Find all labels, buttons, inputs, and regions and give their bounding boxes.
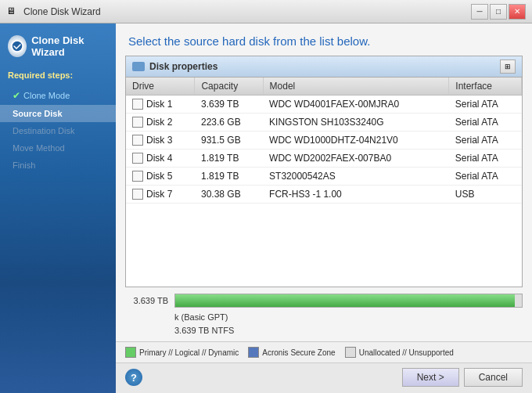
table-row[interactable]: Disk 1 3.639 TB WDC WD4001FAEX-00MJRA0 S…: [126, 96, 522, 114]
window-title: Clone Disk Wizard: [23, 6, 101, 17]
drive-name: Disk 3: [146, 135, 172, 146]
bottom-area: 3.639 TB k (Basic GPT) 3.639 TB NTFS: [116, 287, 532, 341]
disk-properties-header: Disk properties ⊞: [126, 56, 522, 78]
disk-info-line2: 3.639 TB NTFS: [174, 324, 523, 337]
drive-name: Disk 1: [146, 99, 172, 110]
legend-label-acronis: Acronis Secure Zone: [262, 348, 335, 357]
disk-properties-title: Disk properties: [149, 61, 217, 72]
disk-checkbox[interactable]: [132, 171, 143, 182]
capacity-cell: 30.38 GB: [195, 186, 263, 204]
legend-label-primary: Primary // Logical // Dynamic: [139, 348, 239, 357]
model-cell: FCR-HS3 -1 1.00: [263, 186, 449, 204]
model-cell: WDC WD2002FAEX-007BA0: [263, 150, 449, 168]
model-cell: WDC WD4001FAEX-00MJRA0: [263, 96, 449, 114]
disk-checkbox[interactable]: [132, 99, 143, 110]
interface-cell: Serial ATA: [449, 150, 522, 168]
disk-info-line1: k (Basic GPT): [174, 311, 523, 324]
table-row[interactable]: Disk 3 931.5 GB WDC WD1000DHTZ-04N21V0 S…: [126, 132, 522, 150]
legend-item-primary: Primary // Logical // Dynamic: [125, 347, 239, 358]
table-row[interactable]: Disk 7 30.38 GB FCR-HS3 -1 1.00 USB: [126, 186, 522, 204]
model-cell: WDC WD1000DHTZ-04N21V0: [263, 132, 449, 150]
disk-icon: [132, 62, 145, 71]
content-header: Select the source hard disk from the lis…: [116, 23, 532, 56]
disk-checkbox[interactable]: [132, 189, 143, 200]
sidebar: Clone Disk Wizard Required steps: ✔ Clon…: [0, 23, 116, 393]
sidebar-section-title: Required steps:: [0, 67, 116, 83]
interface-cell: Serial ATA: [449, 132, 522, 150]
footer-row: ? Next > Cancel: [116, 362, 532, 393]
disk-checkbox[interactable]: [132, 153, 143, 164]
sidebar-logo-icon: [8, 35, 27, 57]
drive-cell: Disk 4: [126, 150, 195, 168]
drive-cell: Disk 2: [126, 114, 195, 132]
disk-size-label: 3.639 TB: [125, 296, 168, 305]
legend-bar: Primary // Logical // Dynamic Acronis Se…: [116, 341, 532, 362]
drive-name: Disk 2: [146, 117, 172, 128]
sidebar-item-clone-mode[interactable]: ✔ Clone Mode: [0, 86, 116, 105]
legend-item-acronis: Acronis Secure Zone: [248, 347, 335, 358]
drive-cell: Disk 3: [126, 132, 195, 150]
help-button[interactable]: ?: [125, 369, 142, 386]
table-row[interactable]: Disk 4 1.819 TB WDC WD2002FAEX-007BA0 Se…: [126, 150, 522, 168]
interface-cell: Serial ATA: [449, 168, 522, 186]
disk-checkbox[interactable]: [132, 135, 143, 146]
cancel-button[interactable]: Cancel: [464, 368, 523, 387]
minimize-button[interactable]: ─: [471, 4, 488, 20]
close-button[interactable]: ✕: [509, 4, 526, 20]
sidebar-item-destination-disk[interactable]: Destination Disk: [0, 122, 116, 139]
disk-properties-panel: Disk properties ⊞ Drive Capacity Model I…: [125, 56, 523, 287]
legend-item-unallocated: Unallocated // Unsupported: [345, 347, 454, 358]
maximize-button[interactable]: □: [490, 4, 507, 20]
drive-name: Disk 7: [146, 189, 172, 200]
drive-cell: Disk 5: [126, 168, 195, 186]
app-icon: 🖥: [6, 5, 19, 18]
disk-bar-wrapper: [174, 294, 523, 308]
legend-color-primary: [125, 347, 136, 358]
title-bar: 🖥 Clone Disk Wizard ─ □ ✕: [0, 0, 532, 23]
disk-properties-header-left: Disk properties: [132, 61, 217, 72]
sidebar-item-finish[interactable]: Finish: [0, 157, 116, 174]
sidebar-item-move-method[interactable]: Move Method: [0, 139, 116, 157]
legend-color-acronis: [248, 347, 259, 358]
svg-point-0: [12, 41, 23, 52]
disk-bar-fill: [175, 294, 515, 307]
disk-bar-container: 3.639 TB: [125, 294, 523, 308]
capacity-cell: 1.819 TB: [195, 168, 263, 186]
model-cell: ST32000542AS: [263, 168, 449, 186]
main-container: Clone Disk Wizard Required steps: ✔ Clon…: [0, 23, 532, 393]
disk-info: k (Basic GPT) 3.639 TB NTFS: [174, 311, 523, 337]
footer-right: Next > Cancel: [402, 368, 523, 387]
disk-table-element: Drive Capacity Model Interface Disk 1 3.…: [126, 78, 522, 204]
content-header-title: Select the source hard disk from the lis…: [128, 34, 519, 48]
disk-checkbox[interactable]: [132, 117, 143, 128]
table-row[interactable]: Disk 5 1.819 TB ST32000542AS Serial ATA: [126, 168, 522, 186]
capacity-cell: 3.639 TB: [195, 96, 263, 114]
disk-properties-button[interactable]: ⊞: [500, 59, 516, 74]
sidebar-item-label-destination-disk: Destination Disk: [13, 126, 74, 135]
disk-table: Drive Capacity Model Interface Disk 1 3.…: [126, 78, 522, 287]
capacity-cell: 1.819 TB: [195, 150, 263, 168]
col-drive: Drive: [126, 78, 195, 96]
drive-cell: Disk 1: [126, 96, 195, 114]
next-button[interactable]: Next >: [402, 368, 459, 387]
col-interface: Interface: [449, 78, 522, 96]
sidebar-item-source-disk[interactable]: Source Disk: [0, 105, 116, 122]
content-area: Select the source hard disk from the lis…: [116, 23, 532, 393]
table-row[interactable]: Disk 2 223.6 GB KINGSTON SH103S3240G Ser…: [126, 114, 522, 132]
drive-name: Disk 4: [146, 153, 172, 164]
footer-left: ?: [125, 369, 142, 386]
model-cell: KINGSTON SH103S3240G: [263, 114, 449, 132]
check-icon: ✔: [13, 90, 20, 101]
window-controls: ─ □ ✕: [471, 4, 526, 20]
legend-color-unallocated: [345, 347, 356, 358]
interface-cell: Serial ATA: [449, 114, 522, 132]
capacity-cell: 931.5 GB: [195, 132, 263, 150]
col-capacity: Capacity: [195, 78, 263, 96]
sidebar-item-label-move-method: Move Method: [13, 143, 65, 153]
interface-cell: Serial ATA: [449, 96, 522, 114]
col-model: Model: [263, 78, 449, 96]
drive-cell: Disk 7: [126, 186, 195, 204]
legend-label-unallocated: Unallocated // Unsupported: [359, 348, 454, 357]
sidebar-logo: Clone Disk Wizard: [0, 31, 116, 67]
capacity-cell: 223.6 GB: [195, 114, 263, 132]
